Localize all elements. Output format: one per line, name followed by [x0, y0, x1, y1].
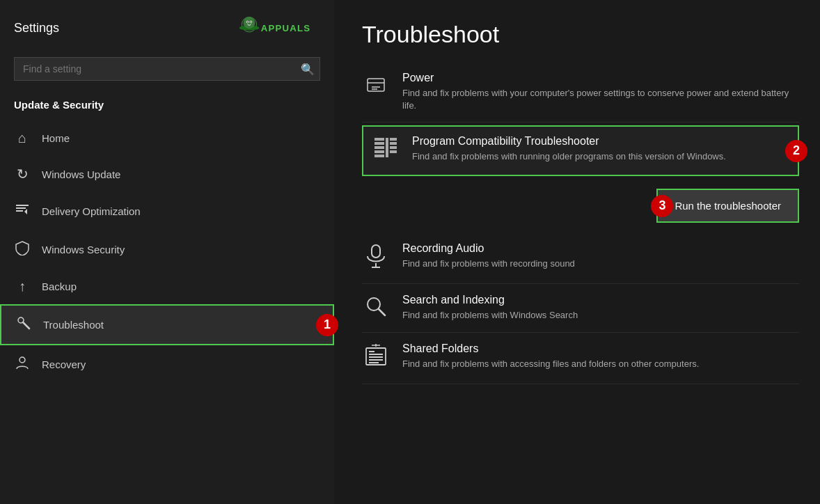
search-indexing-item[interactable]: Search and Indexing Find and fix problem… [362, 284, 799, 333]
sidebar-item-delivery-label: Delivery Optimization [42, 205, 141, 217]
search-indexing-icon [362, 295, 390, 322]
troubleshoot-icon [15, 315, 32, 334]
power-item[interactable]: Power Find and fix problems with your co… [362, 62, 799, 123]
shared-folders-icon [362, 344, 390, 374]
step-2-badge: 2 [785, 140, 807, 162]
svg-rect-27 [390, 150, 397, 153]
svg-rect-34 [369, 351, 374, 352]
svg-text:APPUALS: APPUALS [261, 23, 310, 33]
svg-rect-22 [374, 155, 384, 157]
appuals-logo: APPUALS [237, 13, 320, 43]
program-compat-desc: Find and fix problems with running older… [412, 150, 726, 163]
svg-rect-28 [372, 245, 380, 258]
svg-rect-9 [16, 207, 26, 209]
program-compat-icon-svg [373, 136, 398, 162]
recording-audio-text: Recording Audio Find and fix problems wi… [402, 242, 575, 270]
svg-rect-24 [390, 138, 397, 141]
svg-rect-36 [369, 356, 383, 358]
sidebar-item-windows-update-label: Windows Update [42, 168, 120, 180]
power-icon [362, 73, 390, 100]
recording-audio-item[interactable]: Recording Audio Find and fix problems wi… [362, 233, 799, 284]
power-item-desc: Find and fix problems with your computer… [402, 87, 799, 112]
windows-update-icon: ↻ [14, 166, 31, 182]
program-compat-text: Program Compatibility Troubleshooter Fin… [412, 135, 726, 163]
search-input[interactable] [14, 57, 320, 81]
svg-line-32 [379, 309, 385, 315]
svg-point-6 [251, 22, 252, 23]
program-compat-title: Program Compatibility Troubleshooter [412, 135, 726, 148]
section-label: Update & Security [0, 95, 334, 120]
sidebar: Settings APPUALS 🔍 Update & Security ⌂ [0, 0, 334, 504]
search-box[interactable]: 🔍 [14, 57, 320, 81]
shield-icon-svg [15, 240, 30, 255]
svg-rect-10 [16, 210, 23, 212]
sidebar-item-home[interactable]: ⌂ Home [0, 120, 334, 156]
svg-rect-8 [16, 205, 29, 206]
step-3-badge: 3 [651, 195, 673, 217]
svg-rect-23 [386, 138, 388, 157]
search-indexing-desc: Find and fix problems with Windows Searc… [402, 309, 578, 322]
app-title: Settings [14, 21, 59, 36]
sidebar-item-delivery-optimization[interactable]: Delivery Optimization [0, 192, 334, 230]
sidebar-item-troubleshoot[interactable]: Troubleshoot 1 [0, 304, 334, 345]
main-content: Troubleshoot Power Find and fix problems… [334, 0, 820, 504]
program-compat-icon [372, 136, 400, 166]
delivery-icon-svg [15, 202, 30, 217]
svg-rect-38 [369, 362, 379, 363]
sidebar-item-backup-label: Backup [42, 281, 77, 292]
delivery-optimization-icon [14, 202, 31, 221]
sidebar-item-recovery[interactable]: Recovery [0, 345, 334, 384]
sidebar-item-recovery-label: Recovery [42, 359, 86, 370]
sidebar-item-backup[interactable]: ↑ Backup [0, 269, 334, 304]
svg-rect-18 [374, 138, 384, 141]
search-icon-svg [365, 295, 387, 317]
svg-rect-25 [390, 142, 397, 145]
sidebar-item-troubleshoot-label: Troubleshoot [43, 319, 104, 331]
shared-folders-icon-svg [365, 344, 387, 369]
shared-folders-text: Shared Folders Find and fix problems wit… [402, 342, 699, 370]
svg-rect-19 [374, 142, 384, 145]
svg-rect-20 [374, 146, 384, 149]
svg-rect-37 [369, 359, 383, 361]
step-1-badge: 1 [316, 314, 338, 336]
sidebar-item-security-label: Windows Security [42, 244, 125, 255]
windows-security-icon [14, 240, 31, 259]
power-item-title: Power [402, 72, 799, 84]
search-indexing-text: Search and Indexing Find and fix problem… [402, 294, 578, 322]
program-compatibility-item[interactable]: Program Compatibility Troubleshooter Fin… [362, 125, 799, 176]
home-icon: ⌂ [14, 130, 31, 146]
page-title: Troubleshoot [362, 21, 799, 48]
power-icon-svg [365, 73, 387, 95]
search-button[interactable]: 🔍 [301, 63, 315, 76]
shared-folders-item[interactable]: Shared Folders Find and fix problems wit… [362, 333, 799, 384]
sidebar-item-windows-security[interactable]: Windows Security [0, 230, 334, 269]
recording-audio-icon [362, 244, 390, 274]
svg-rect-26 [390, 146, 397, 149]
person-icon-svg [15, 355, 30, 370]
power-item-text: Power Find and fix problems with your co… [402, 72, 799, 112]
svg-line-12 [23, 322, 29, 329]
microphone-icon-svg [365, 244, 387, 269]
logo-area: APPUALS [237, 13, 320, 43]
sidebar-item-windows-update[interactable]: ↻ Windows Update [0, 156, 334, 192]
svg-rect-35 [369, 354, 383, 355]
svg-point-5 [247, 22, 249, 23]
recording-audio-title: Recording Audio [402, 242, 575, 255]
backup-icon: ↑ [14, 278, 31, 294]
svg-rect-21 [374, 150, 384, 153]
run-troubleshooter-button[interactable]: Run the troubleshooter [656, 189, 799, 223]
shared-folders-title: Shared Folders [402, 342, 699, 355]
run-section: 3 Run the troubleshooter [362, 179, 799, 233]
recording-audio-desc: Find and fix problems with recording sou… [402, 258, 575, 270]
search-indexing-title: Search and Indexing [402, 294, 578, 306]
svg-point-2 [244, 17, 255, 29]
shared-folders-desc: Find and fix problems with accessing fil… [402, 358, 699, 370]
sidebar-header: Settings APPUALS [0, 0, 334, 50]
wrench-icon-svg [16, 315, 31, 331]
sidebar-item-home-label: Home [42, 132, 70, 144]
recovery-icon [14, 355, 31, 374]
svg-point-13 [19, 357, 25, 363]
